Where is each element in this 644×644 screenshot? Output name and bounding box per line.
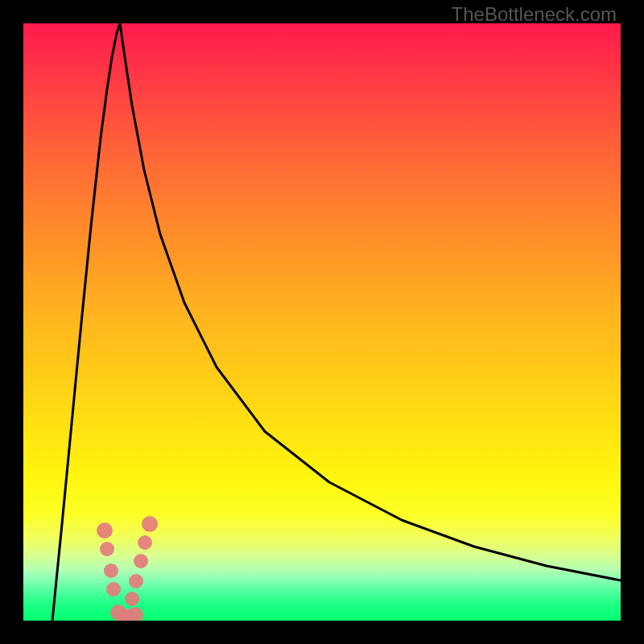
curve-layer [23,23,621,621]
marker-dot [138,535,152,550]
marker-dot [104,564,118,578]
watermark-text: TheBottleneck.com [452,3,617,26]
marker-dot [97,522,113,539]
marker-dot [125,592,139,606]
marker-dot [129,574,143,588]
curve-right-branch [120,23,621,580]
marker-dot [127,607,143,621]
marker-dot [106,582,121,597]
curve-paths [52,23,621,621]
chart-frame: TheBottleneck.com [0,0,644,644]
marker-dot [142,516,158,532]
plot-area [23,23,621,621]
data-markers [97,516,158,621]
marker-dot [100,542,114,556]
marker-dot [134,554,148,568]
